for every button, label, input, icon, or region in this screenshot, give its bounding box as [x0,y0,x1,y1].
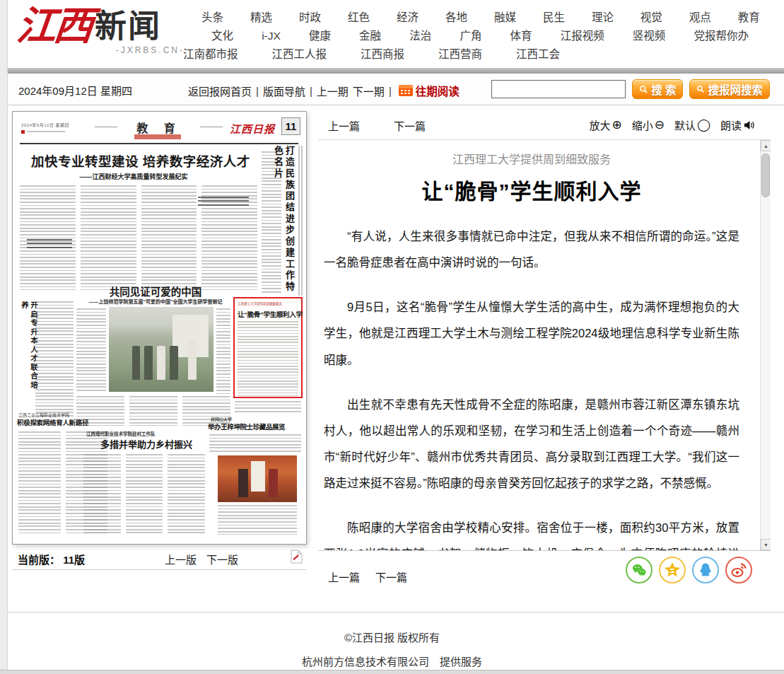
home-link[interactable]: 返回报网首页 [188,83,252,98]
faux-text [126,454,163,535]
np-section-label [134,134,181,139]
nav-item[interactable]: 融媒 [494,8,516,27]
zoom-out-control[interactable]: 缩小 ⊖ [632,117,665,132]
newspaper-page-image[interactable]: 2024年9月12日 星期四 教 育 江西日报 11 加快专业转型建设 培养数字… [12,111,307,545]
nav-item[interactable]: 理论 [592,8,614,27]
zoom-in-icon: ⊕ [612,119,621,131]
search-area: 搜 索 搜报网搜索 [491,79,770,99]
nav-item[interactable]: 广角 [460,27,481,45]
pdf-download-link[interactable] [291,550,303,566]
prev-article-link[interactable]: 上一篇 [328,569,360,584]
qq-share-button[interactable] [692,557,719,583]
nav-item[interactable]: 红色 [348,8,370,27]
np-mid-headline[interactable]: 共同见证可爱的中国 [86,284,225,298]
nav-item[interactable]: 江西营商 [438,45,482,64]
np-exhibit-headline[interactable]: 举办王梓坤院士珍藏品展览 [208,422,303,431]
nav-item[interactable]: 江西工会 [516,45,560,64]
view-controls: 放大 ⊕ 缩小 ⊖ 默认 ◯ 朗读 [583,117,755,132]
read-aloud-label: 朗读 [720,117,742,132]
nav-item[interactable]: i-JX [262,27,281,45]
nav-item[interactable]: 视觉 [640,8,662,27]
wechat-share-button[interactable] [626,557,653,583]
faux-text [209,434,301,453]
nav-item[interactable]: 竖视频 [633,27,666,45]
zoom-out-icon: ⊖ [655,119,665,131]
site-search-button[interactable]: 搜报网搜索 [689,79,770,99]
footer-provider: 杭州前方信息技术有限公司 提供服务 [0,653,784,668]
weibo-share-button[interactable] [725,557,752,583]
nav-item[interactable]: 江报视频 [561,27,604,45]
zoom-in-label: 放大 [589,117,610,132]
np-vertical-headline-right[interactable]: 打造民族团结进步创建工作特色名片 [272,146,295,296]
next-article-link[interactable]: 下一篇 [375,569,407,584]
qq-penguin-icon [697,562,714,579]
nav-item[interactable]: 江南都市报 [183,45,238,64]
nav-row-2: 文化 i-JX 健康 金融 法治 广角 体育 江报视频 竖视频 党报帮你办 [183,27,768,45]
separator: | [256,85,259,97]
scrollbar-down-button[interactable]: ▼ [761,539,771,550]
prev-page-link[interactable]: 上一版 [165,552,197,566]
next-issue-link[interactable]: 下一期 [353,83,385,98]
issue-date: 2024年09月12日 星期四 [18,83,132,98]
qzone-star-icon [663,561,681,579]
nav-item[interactable]: 金融 [359,27,381,45]
np-rural-headline[interactable]: 多措并举助力乡村振兴 [83,437,209,451]
next-article-link[interactable]: 下一篇 [394,118,426,133]
nav-item[interactable]: 江西商报 [361,45,404,64]
archive-label: 往期阅读 [416,83,460,98]
search-input[interactable] [491,80,626,98]
article-prev-next-bottom: 上一篇 下一篇 [328,569,407,584]
nav-item[interactable]: 头条 [201,8,223,27]
archive-link[interactable]: 往期阅读 [399,83,460,98]
np-dateline: 2024年9月12日 星期四 [21,122,69,128]
nav-item[interactable]: 教育 [738,8,760,27]
nav-item[interactable]: 健康 [309,27,331,45]
calendar-icon [399,84,413,97]
nav-row-1: 头条 精选 时政 红色 经济 各地 融媒 民生 理论 视觉 观点 教育 [183,8,768,27]
nav-item[interactable]: 体育 [510,27,532,45]
scrollbar-up-button[interactable]: ▲ [761,140,771,151]
zoom-in-control[interactable]: 放大 ⊕ [589,117,621,132]
separator: | [310,85,312,97]
nav-item[interactable]: 党报帮你办 [694,27,749,45]
issue-toolbar: 2024年09月12日 星期四 返回报网首页 | 版面导航 | 上一期 下一期 … [0,74,784,105]
faux-text [218,505,297,535]
article-scrollbar[interactable]: ▲ ▼ [760,140,771,550]
nav-item[interactable]: 精选 [250,8,272,27]
nav-item[interactable]: 法治 [409,27,431,45]
np-lead-headline[interactable]: 加快专业转型建设 培养数字经济人才 [31,151,236,170]
faux-text [27,131,65,134]
faux-text [20,185,76,290]
np-network-headline[interactable]: 积极探索网络育人新路径 [17,417,105,427]
nav-item[interactable]: 江西工人报 [272,45,327,64]
prev-article-link[interactable]: 上一篇 [328,118,360,133]
nav-item[interactable]: 民生 [543,8,565,27]
read-aloud-control[interactable]: 朗读 [720,117,755,132]
np-box-kicker: 江西理工大学提供周到细致服务 [238,301,298,306]
article-content: 江西理工大学提供周到细致服务 让“脆骨”学生顺利入学 “有人说，人生来很多事情就… [318,140,771,551]
nav-item[interactable]: 经济 [397,8,419,27]
search-button[interactable]: 搜 索 [632,79,683,99]
article-paragraph: “有人说，人生来很多事情就已命中注定，但我从来不相信所谓的命运。”这是一名脆骨症… [324,223,739,276]
next-page-link[interactable]: 下一版 [206,552,238,566]
scrollbar-thumb[interactable] [761,153,770,197]
nav-item[interactable]: 时政 [299,8,321,27]
site-logo[interactable]: 江西 新闻 -JXRBS.CN- [17,4,190,55]
nav-item[interactable]: 各地 [445,8,467,27]
nav-item[interactable]: 观点 [689,8,711,27]
layout-nav-link[interactable]: 版面导航 [263,83,305,98]
nav-item[interactable]: 文化 [211,27,233,45]
page-edge-left [0,0,8,674]
faux-text [76,308,106,392]
photo-figure [144,346,153,380]
search-button-label: 搜 索 [651,81,676,97]
reset-zoom-control[interactable]: 默认 ◯ [674,117,710,132]
np-highlighted-article[interactable]: 江西理工大学提供周到细致服务 让“脆骨”学生顺利入学 [233,297,303,398]
zoom-out-label: 缩小 [632,117,653,132]
article-title: 让“脆骨”学生顺利入学 [324,174,739,205]
np-section-title: 教 育 [119,119,199,136]
prev-issue-link[interactable]: 上一期 [317,83,349,98]
faux-text [238,321,298,396]
qzone-share-button[interactable] [659,557,686,583]
footer-copyright: ©江西日报 版权所有 [0,629,784,644]
